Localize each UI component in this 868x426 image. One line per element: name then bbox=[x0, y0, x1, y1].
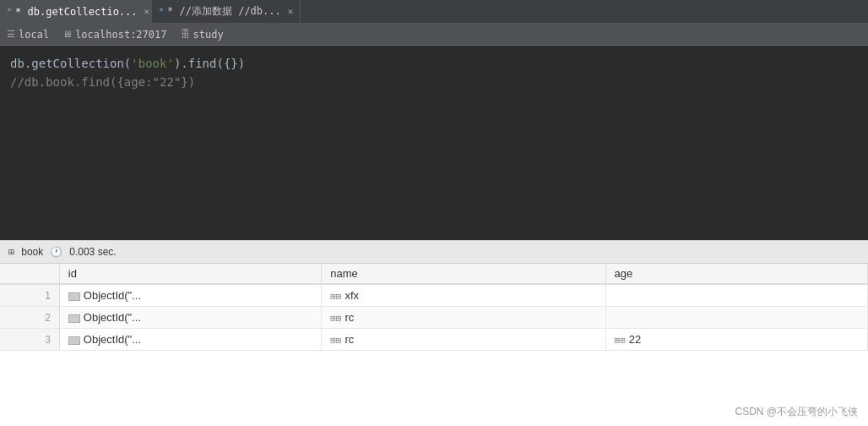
collection-name: book bbox=[21, 246, 43, 258]
col-rownum bbox=[0, 264, 59, 284]
table-header-row: id name age bbox=[0, 264, 868, 284]
checkbox-icon bbox=[68, 336, 80, 345]
table-icon: ⊞ bbox=[8, 246, 14, 258]
row-1-name: ⊞⊞xfx bbox=[322, 284, 605, 307]
checkbox-icon bbox=[68, 314, 80, 323]
tab-1[interactable]: * * db.getCollectio... ✕ bbox=[0, 0, 152, 24]
host-icon: 🖥 bbox=[62, 29, 72, 40]
table-row: 1 ObjectId("... ⊞⊞xfx bbox=[0, 284, 868, 307]
connection-bar: ☰ local 🖥 localhost:27017 🗄 study bbox=[0, 24, 868, 46]
row-2-id: ObjectId("... bbox=[59, 307, 321, 329]
conn-host-label: localhost:27017 bbox=[75, 29, 166, 41]
tab-bar: * * db.getCollectio... ✕ * * //添加数据 //db… bbox=[0, 0, 868, 24]
type-icon: ⊞⊞ bbox=[330, 291, 341, 302]
conn-local-label: local bbox=[19, 29, 49, 41]
conn-local: ☰ local bbox=[7, 29, 49, 41]
editor-line-2: //db.book.find({age:"22"}) bbox=[10, 73, 858, 91]
tab-2-dot: * bbox=[159, 7, 164, 16]
row-2-name: ⊞⊞rc bbox=[322, 307, 605, 329]
tab-1-dot: * bbox=[7, 7, 12, 16]
code-editor[interactable]: db.getCollection('book').find({}) //db.b… bbox=[0, 46, 868, 240]
tab-2-label: * //添加数据 //db... bbox=[167, 4, 281, 19]
results-table: id name age 1 ObjectId("... ⊞⊞xfx 2 Obje… bbox=[0, 264, 868, 351]
type-icon: ⊞⊞ bbox=[615, 335, 626, 346]
query-time: 0.003 sec. bbox=[69, 246, 116, 258]
tab-2-close[interactable]: ✕ bbox=[288, 6, 294, 17]
type-icon: ⊞⊞ bbox=[330, 335, 341, 346]
conn-db-label: study bbox=[193, 29, 224, 41]
conn-host: 🖥 localhost:27017 bbox=[62, 29, 166, 41]
row-2-num: 2 bbox=[0, 307, 59, 329]
db-icon: 🗄 bbox=[181, 29, 190, 40]
footer-watermark: CSDN @不会压弯的小飞侠 bbox=[735, 405, 858, 419]
tab-1-label: * db.getCollectio... bbox=[15, 6, 138, 18]
row-2-age bbox=[605, 307, 867, 329]
main-container: * * db.getCollectio... ✕ * * //添加数据 //db… bbox=[0, 0, 868, 426]
row-3-id: ObjectId("... bbox=[59, 329, 321, 351]
table-row: 3 ObjectId("... ⊞⊞rc ⊞⊞22 bbox=[0, 329, 868, 351]
status-bar: ⊞ book 🕐 0.003 sec. bbox=[0, 240, 868, 264]
col-header-id: id bbox=[59, 264, 321, 284]
tab-1-close[interactable]: ✕ bbox=[144, 6, 150, 17]
results-area: id name age 1 ObjectId("... ⊞⊞xfx 2 Obje… bbox=[0, 264, 868, 426]
col-header-age: age bbox=[605, 264, 867, 284]
local-icon: ☰ bbox=[7, 29, 15, 40]
watermark-text: CSDN @不会压弯的小飞侠 bbox=[735, 406, 858, 418]
row-1-id: ObjectId("... bbox=[59, 284, 321, 307]
col-header-name: name bbox=[322, 264, 605, 284]
editor-line-1: db.getCollection('book').find({}) bbox=[10, 54, 858, 73]
row-1-age bbox=[605, 284, 867, 307]
row-3-name: ⊞⊞rc bbox=[322, 329, 605, 351]
row-3-age: ⊞⊞22 bbox=[605, 329, 867, 351]
tab-2[interactable]: * * //添加数据 //db... ✕ bbox=[152, 0, 301, 24]
table-row: 2 ObjectId("... ⊞⊞rc bbox=[0, 307, 868, 329]
type-icon: ⊞⊞ bbox=[330, 313, 341, 324]
row-1-num: 1 bbox=[0, 284, 59, 307]
clock-icon: 🕐 bbox=[50, 246, 62, 258]
conn-db: 🗄 study bbox=[181, 29, 224, 41]
checkbox-icon bbox=[68, 292, 80, 301]
row-3-num: 3 bbox=[0, 329, 59, 351]
